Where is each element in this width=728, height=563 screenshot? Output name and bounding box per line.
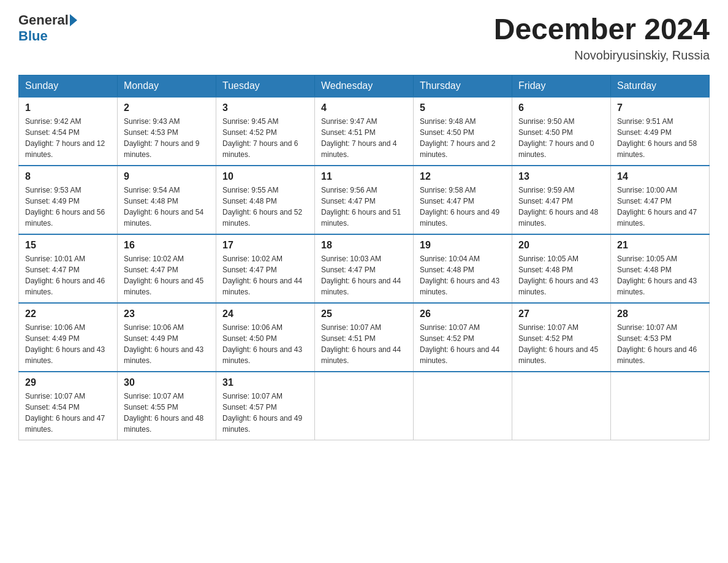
day-info: Sunrise: 10:04 AM Sunset: 4:48 PM Daylig… [420, 253, 506, 297]
col-monday: Monday [118, 75, 216, 98]
day-number: 26 [420, 308, 506, 320]
day-info: Sunrise: 10:05 AM Sunset: 4:48 PM Daylig… [617, 253, 703, 297]
day-number: 5 [420, 102, 506, 113]
table-row: 28 Sunrise: 10:07 AM Sunset: 4:53 PM Day… [611, 303, 710, 372]
location: Novobiryusinskiy, Russia [494, 48, 710, 63]
day-info: Sunrise: 10:07 AM Sunset: 4:55 PM Daylig… [124, 391, 210, 435]
day-info: Sunrise: 9:42 AM Sunset: 4:54 PM Dayligh… [25, 116, 111, 160]
day-info: Sunrise: 9:56 AM Sunset: 4:47 PM Dayligh… [321, 185, 407, 229]
day-number: 20 [518, 240, 604, 251]
table-row: 26 Sunrise: 10:07 AM Sunset: 4:52 PM Day… [414, 303, 512, 372]
day-info: Sunrise: 10:07 AM Sunset: 4:51 PM Daylig… [321, 322, 407, 366]
day-number: 24 [222, 308, 308, 320]
day-info: Sunrise: 10:06 AM Sunset: 4:49 PM Daylig… [124, 322, 210, 366]
day-number: 16 [124, 240, 210, 251]
logo-general-text: General [18, 12, 69, 28]
day-info: Sunrise: 10:06 AM Sunset: 4:50 PM Daylig… [222, 322, 308, 366]
table-row [315, 372, 414, 440]
day-info: Sunrise: 9:53 AM Sunset: 4:49 PM Dayligh… [25, 185, 111, 229]
col-wednesday: Wednesday [315, 75, 414, 98]
col-tuesday: Tuesday [216, 75, 315, 98]
day-info: Sunrise: 10:07 AM Sunset: 4:54 PM Daylig… [25, 391, 111, 435]
col-thursday: Thursday [414, 75, 512, 98]
day-info: Sunrise: 10:07 AM Sunset: 4:52 PM Daylig… [518, 322, 604, 366]
table-row: 8 Sunrise: 9:53 AM Sunset: 4:49 PM Dayli… [19, 166, 118, 234]
table-row: 13 Sunrise: 9:59 AM Sunset: 4:47 PM Dayl… [512, 166, 611, 234]
day-number: 31 [222, 377, 308, 388]
day-info: Sunrise: 9:43 AM Sunset: 4:53 PM Dayligh… [124, 116, 210, 160]
table-row: 29 Sunrise: 10:07 AM Sunset: 4:54 PM Day… [19, 372, 118, 440]
day-info: Sunrise: 10:00 AM Sunset: 4:47 PM Daylig… [617, 185, 703, 229]
day-number: 3 [222, 102, 308, 113]
day-info: Sunrise: 9:47 AM Sunset: 4:51 PM Dayligh… [321, 116, 407, 160]
table-row: 21 Sunrise: 10:05 AM Sunset: 4:48 PM Day… [611, 234, 710, 303]
day-number: 14 [617, 171, 703, 182]
day-info: Sunrise: 10:02 AM Sunset: 4:47 PM Daylig… [124, 253, 210, 297]
day-number: 7 [617, 102, 703, 113]
day-number: 12 [420, 171, 506, 182]
col-saturday: Saturday [611, 75, 710, 98]
table-row: 20 Sunrise: 10:05 AM Sunset: 4:48 PM Day… [512, 234, 611, 303]
month-title: December 2024 [494, 12, 710, 46]
table-row: 6 Sunrise: 9:50 AM Sunset: 4:50 PM Dayli… [512, 97, 611, 166]
table-row [611, 372, 710, 440]
day-info: Sunrise: 10:05 AM Sunset: 4:48 PM Daylig… [518, 253, 604, 297]
day-number: 29 [25, 377, 111, 388]
table-row: 3 Sunrise: 9:45 AM Sunset: 4:52 PM Dayli… [216, 97, 315, 166]
table-row: 15 Sunrise: 10:01 AM Sunset: 4:47 PM Day… [19, 234, 118, 303]
table-row [414, 372, 512, 440]
day-info: Sunrise: 10:07 AM Sunset: 4:57 PM Daylig… [222, 391, 308, 435]
day-info: Sunrise: 10:07 AM Sunset: 4:52 PM Daylig… [420, 322, 506, 366]
table-row: 5 Sunrise: 9:48 AM Sunset: 4:50 PM Dayli… [414, 97, 512, 166]
day-info: Sunrise: 10:03 AM Sunset: 4:47 PM Daylig… [321, 253, 407, 297]
table-row: 16 Sunrise: 10:02 AM Sunset: 4:47 PM Day… [118, 234, 216, 303]
calendar-week-row: 15 Sunrise: 10:01 AM Sunset: 4:47 PM Day… [19, 234, 710, 303]
table-row: 31 Sunrise: 10:07 AM Sunset: 4:57 PM Day… [216, 372, 315, 440]
table-row: 11 Sunrise: 9:56 AM Sunset: 4:47 PM Dayl… [315, 166, 414, 234]
day-info: Sunrise: 9:58 AM Sunset: 4:47 PM Dayligh… [420, 185, 506, 229]
day-number: 1 [25, 102, 111, 113]
table-row: 22 Sunrise: 10:06 AM Sunset: 4:49 PM Day… [19, 303, 118, 372]
calendar-week-row: 22 Sunrise: 10:06 AM Sunset: 4:49 PM Day… [19, 303, 710, 372]
day-number: 30 [124, 377, 210, 388]
day-info: Sunrise: 9:48 AM Sunset: 4:50 PM Dayligh… [420, 116, 506, 160]
table-row: 19 Sunrise: 10:04 AM Sunset: 4:48 PM Day… [414, 234, 512, 303]
day-number: 18 [321, 240, 407, 251]
day-info: Sunrise: 10:02 AM Sunset: 4:47 PM Daylig… [222, 253, 308, 297]
table-row: 7 Sunrise: 9:51 AM Sunset: 4:49 PM Dayli… [611, 97, 710, 166]
table-row: 4 Sunrise: 9:47 AM Sunset: 4:51 PM Dayli… [315, 97, 414, 166]
calendar-header-row: Sunday Monday Tuesday Wednesday Thursday… [19, 75, 710, 98]
table-row: 23 Sunrise: 10:06 AM Sunset: 4:49 PM Day… [118, 303, 216, 372]
day-number: 2 [124, 102, 210, 113]
table-row: 18 Sunrise: 10:03 AM Sunset: 4:47 PM Day… [315, 234, 414, 303]
calendar-week-row: 1 Sunrise: 9:42 AM Sunset: 4:54 PM Dayli… [19, 97, 710, 166]
day-number: 23 [124, 308, 210, 320]
day-number: 28 [617, 308, 703, 320]
calendar-week-row: 29 Sunrise: 10:07 AM Sunset: 4:54 PM Day… [19, 372, 710, 440]
header: General Blue December 2024 Novobiryusins… [18, 12, 710, 63]
day-info: Sunrise: 9:55 AM Sunset: 4:48 PM Dayligh… [222, 185, 308, 229]
day-number: 8 [25, 171, 111, 182]
day-number: 9 [124, 171, 210, 182]
col-friday: Friday [512, 75, 611, 98]
day-info: Sunrise: 9:54 AM Sunset: 4:48 PM Dayligh… [124, 185, 210, 229]
table-row: 24 Sunrise: 10:06 AM Sunset: 4:50 PM Day… [216, 303, 315, 372]
table-row: 17 Sunrise: 10:02 AM Sunset: 4:47 PM Day… [216, 234, 315, 303]
day-number: 27 [518, 308, 604, 320]
table-row: 2 Sunrise: 9:43 AM Sunset: 4:53 PM Dayli… [118, 97, 216, 166]
day-number: 4 [321, 102, 407, 113]
day-info: Sunrise: 9:51 AM Sunset: 4:49 PM Dayligh… [617, 116, 703, 160]
table-row: 9 Sunrise: 9:54 AM Sunset: 4:48 PM Dayli… [118, 166, 216, 234]
table-row: 1 Sunrise: 9:42 AM Sunset: 4:54 PM Dayli… [19, 97, 118, 166]
table-row: 27 Sunrise: 10:07 AM Sunset: 4:52 PM Day… [512, 303, 611, 372]
table-row: 12 Sunrise: 9:58 AM Sunset: 4:47 PM Dayl… [414, 166, 512, 234]
table-row: 14 Sunrise: 10:00 AM Sunset: 4:47 PM Day… [611, 166, 710, 234]
logo-blue-text: Blue [18, 28, 48, 44]
table-row: 30 Sunrise: 10:07 AM Sunset: 4:55 PM Day… [118, 372, 216, 440]
day-number: 17 [222, 240, 308, 251]
table-row [512, 372, 611, 440]
day-info: Sunrise: 10:06 AM Sunset: 4:49 PM Daylig… [25, 322, 111, 366]
day-info: Sunrise: 9:50 AM Sunset: 4:50 PM Dayligh… [518, 116, 604, 160]
day-number: 11 [321, 171, 407, 182]
day-number: 21 [617, 240, 703, 251]
